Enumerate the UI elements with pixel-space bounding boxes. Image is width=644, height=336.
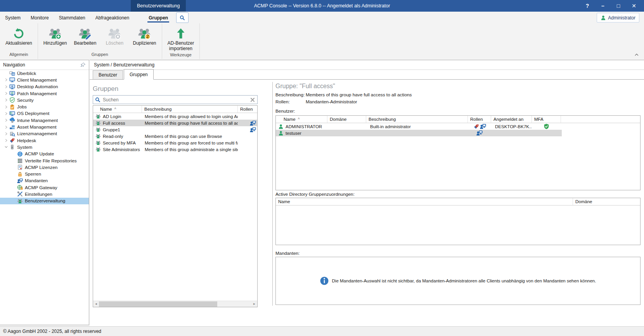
hinzufügen-button[interactable]: Hinzufügen xyxy=(40,26,70,47)
duplizieren-button[interactable]: 2Duplizieren xyxy=(130,26,159,47)
scrollbar-thumb[interactable] xyxy=(99,301,217,307)
scroll-right-arrow[interactable]: ► xyxy=(251,301,257,307)
nav-item-os-deployment[interactable]: OS Deployment xyxy=(0,110,89,117)
nav-item-acmp-gateway[interactable]: ACMP Gateway xyxy=(0,184,89,191)
scroll-left-arrow[interactable]: ◄ xyxy=(93,301,99,307)
chevron-right-icon[interactable] xyxy=(3,92,9,96)
group-row-ad-login[interactable]: AD LoginMembers of this group allowed to… xyxy=(93,113,257,120)
nav-item-jobs[interactable]: Jobs xyxy=(0,103,89,110)
column-header-domaene[interactable]: Domäne xyxy=(327,116,366,123)
column-header-beschreibung[interactable]: Beschreibung xyxy=(366,116,468,123)
nav-item-system[interactable]: System xyxy=(0,144,89,150)
info-icon xyxy=(320,277,329,285)
nav-item-einstellungen[interactable]: Einstellungen xyxy=(0,191,89,197)
chevron-right-icon[interactable] xyxy=(3,139,9,143)
group-people-icon xyxy=(95,120,101,125)
window-controls: ? – □ ✕ xyxy=(580,0,642,12)
user-row-testuser[interactable]: testuser xyxy=(276,130,562,136)
tab-gruppen[interactable]: Gruppen xyxy=(124,69,154,80)
mandanten-panel: Die Mandanten-Auswahl ist nicht sichtbar… xyxy=(275,257,641,305)
nav-item-acmp-update[interactable]: ACMP Update xyxy=(0,151,89,157)
menu-item-gruppen[interactable]: Gruppen xyxy=(144,12,173,23)
tab-benutzer[interactable]: Benutzer xyxy=(93,70,123,79)
menu-item-system[interactable]: System xyxy=(0,12,26,23)
groups-list-panel: Gruppen Name^ Beschreibung Rollen AD Log… xyxy=(93,83,258,307)
chevron-right-icon[interactable] xyxy=(3,111,9,115)
menu-item-monitore[interactable]: Monitore xyxy=(26,12,54,23)
group-row-gruppe1[interactable]: Gruppe1 xyxy=(93,126,257,133)
logged-in-user-badge[interactable]: Administrator xyxy=(597,13,639,23)
column-header-rollen[interactable]: Rollen xyxy=(238,106,257,113)
group-people-icon xyxy=(95,147,101,152)
maximize-button[interactable]: □ xyxy=(611,0,626,12)
löschen-button[interactable]: Löschen xyxy=(100,26,129,47)
tree-indent xyxy=(11,186,17,190)
ribbon-group-allgemein: AktualisierenAllgemein xyxy=(0,23,38,59)
nav-item-patch-management[interactable]: Patch Management xyxy=(0,90,89,97)
sort-ascending-icon: ^ xyxy=(298,117,300,122)
help-button[interactable]: ? xyxy=(580,0,595,12)
chevron-right-icon[interactable] xyxy=(3,125,9,129)
horizontal-scrollbar: ◄ ► xyxy=(93,301,257,307)
group-name: Site Administrators xyxy=(103,147,140,152)
nav-item-helpdesk[interactable]: Helpdesk xyxy=(0,137,89,144)
main-panel: System / Benutzerverwaltung BenutzerGrup… xyxy=(90,60,644,325)
nav-item-intune-management[interactable]: Intune Management xyxy=(0,117,89,124)
nav-item-benutzerverwaltung[interactable]: Benutzerverwaltung xyxy=(0,198,89,204)
user-row-administrator[interactable]: ADMINISTRATORBuilt-in administratorDESKT… xyxy=(276,123,562,130)
close-button[interactable]: ✕ xyxy=(626,0,642,12)
column-header-beschreibung[interactable]: Beschreibung xyxy=(142,106,238,113)
bearbeiten-button[interactable]: Bearbeiten xyxy=(71,26,99,47)
nav-item-acmp-lizenzen[interactable]: ACMP Lizenzen xyxy=(0,164,89,171)
menu-item-abfrageaktionen[interactable]: Abfrageaktionen xyxy=(90,12,134,23)
tree-indent xyxy=(11,159,17,163)
column-header-name[interactable]: Name xyxy=(276,198,573,205)
chevron-right-icon[interactable] xyxy=(3,118,9,122)
svg-text:2: 2 xyxy=(147,34,149,39)
group-name: AD Login xyxy=(103,114,121,119)
menu-search-button[interactable] xyxy=(176,12,189,23)
ad-benutzer-importieren-button[interactable]: AD-Benutzer importieren xyxy=(164,26,197,52)
document-tab-benutzerverwaltung[interactable]: Benutzerverwaltung xyxy=(131,0,186,12)
ribbon-collapse-button[interactable] xyxy=(633,52,640,57)
nav-item-sperren[interactable]: Sperren xyxy=(0,171,89,177)
column-header-angemeldet-an[interactable]: Angemeldet an xyxy=(491,116,532,123)
system-icon xyxy=(9,144,15,150)
role-helpdesk-icon xyxy=(473,124,480,129)
column-header-name[interactable]: Name^ xyxy=(93,106,142,113)
group-row-read-only[interactable]: Read-onlyMembers of this group can use B… xyxy=(93,133,257,139)
column-header-domaene[interactable]: Domäne xyxy=(573,198,640,205)
group-row-full-access[interactable]: Full accessMembers of this group have fu… xyxy=(93,120,257,126)
role-mandant-icon xyxy=(250,120,256,126)
panel-splitter[interactable] xyxy=(272,82,273,306)
chevron-right-icon[interactable] xyxy=(3,105,9,109)
tab-strip: BenutzerGruppen xyxy=(90,70,644,80)
pin-icon[interactable] xyxy=(80,62,86,68)
nav-item-security[interactable]: Security xyxy=(0,97,89,103)
groups-search-input[interactable] xyxy=(102,97,248,103)
nav-item-mandanten[interactable]: Mandanten xyxy=(0,178,89,184)
nav-item-lizenzmanagement[interactable]: Lizenzmanagement xyxy=(0,131,89,137)
column-header-mfa[interactable]: MFA xyxy=(532,116,561,123)
chevron-right-icon[interactable] xyxy=(3,78,9,82)
clear-search-icon[interactable] xyxy=(250,97,255,103)
chevron-down-icon[interactable] xyxy=(3,145,9,149)
nav-item-label: OS Deployment xyxy=(17,111,49,116)
ribbon-group-label: Allgemein xyxy=(2,52,35,59)
nav-item-überblick[interactable]: Überblick xyxy=(0,70,89,77)
description-label: Beschreibung: xyxy=(275,92,306,97)
chevron-right-icon[interactable] xyxy=(3,132,9,136)
chevron-right-icon[interactable] xyxy=(3,85,9,89)
group-row-site-administrators[interactable]: Site AdministratorsMembers of this group… xyxy=(93,146,257,153)
nav-item-client-management[interactable]: Client Management xyxy=(0,77,89,83)
chevron-right-icon[interactable] xyxy=(3,98,9,102)
minimize-button[interactable]: – xyxy=(595,0,611,12)
nav-item-verteilte-file-repositories[interactable]: Verteilte File Repositories xyxy=(0,157,89,164)
column-header-name[interactable]: Name^ xyxy=(276,116,327,123)
group-row-secured-by-mfa[interactable]: Secured by MFAMembers of this group are … xyxy=(93,139,257,146)
aktualisieren-button[interactable]: Aktualisieren xyxy=(2,26,35,47)
nav-item-asset-management[interactable]: Asset Management xyxy=(0,124,89,130)
column-header-rollen[interactable]: Rollen xyxy=(468,116,491,123)
menu-item-stammdaten[interactable]: Stammdaten xyxy=(54,12,90,23)
nav-item-desktop-automation[interactable]: Desktop Automation xyxy=(0,84,89,90)
